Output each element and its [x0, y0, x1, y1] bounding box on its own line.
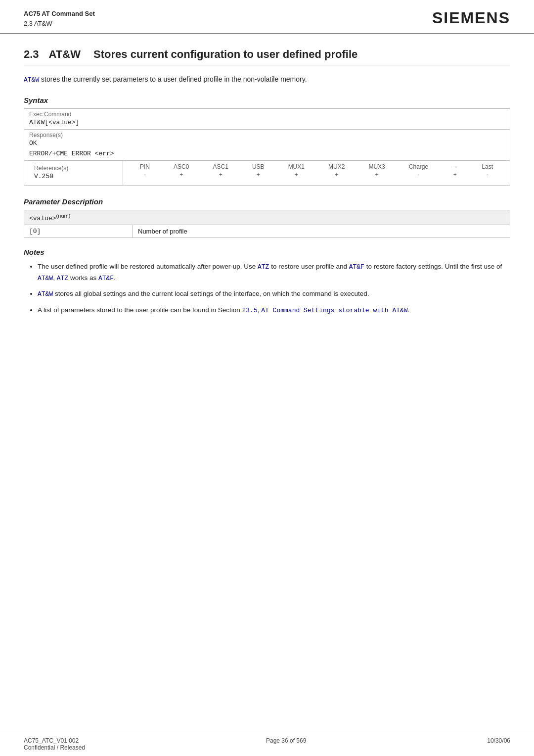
compat-head-asc1: ASC1 — [201, 163, 240, 171]
header-title: AC75 AT Command Set — [24, 9, 95, 19]
compat-val-charge: - — [397, 171, 440, 179]
exec-value: AT&W[<value>] — [24, 118, 510, 129]
note1-code1: ATZ — [258, 263, 269, 271]
compat-val-mux2: + — [316, 171, 356, 179]
param-desc-0: Number of profile — [133, 225, 510, 237]
notes-list: The user defined profile will be restore… — [24, 261, 510, 316]
compat-val-arrow: + — [440, 171, 470, 179]
note1-code3: AT&W — [38, 275, 53, 282]
param-label: Parameter Description — [24, 197, 510, 206]
compat-val-asc1: + — [201, 171, 240, 179]
compat-val-usb: + — [240, 171, 276, 179]
section-command: AT&W — [49, 48, 81, 60]
note1-code2: AT&F — [349, 263, 364, 271]
siemens-logo: SIEMENS — [432, 9, 510, 27]
page-footer: AC75_ATC_V01.002 Confidential / Released… — [0, 732, 534, 756]
page-header: AC75 AT Command Set 2.3 AT&W SIEMENS — [0, 0, 534, 34]
compat-val-pin: - — [128, 171, 162, 179]
footer-left: AC75_ATC_V01.002 Confidential / Released — [24, 737, 85, 751]
ref-value: V.250 — [29, 172, 118, 183]
compat-head-charge: Charge — [397, 163, 440, 171]
response-label: Response(s) — [24, 130, 510, 139]
note1-code5: AT&F — [98, 275, 114, 282]
response-value1: OK — [24, 139, 510, 150]
note2-code1: AT&W — [38, 290, 53, 298]
section-number: 2.3 — [24, 48, 39, 61]
exec-command-row: Exec Command AT&W[<value>] — [24, 109, 510, 130]
compat-val-mux1: + — [276, 171, 316, 179]
header-subtitle: 2.3 AT&W — [24, 19, 95, 29]
note-item-1: The user defined profile will be restore… — [38, 261, 510, 284]
response-value2: ERROR/+CME ERROR <err> — [24, 150, 510, 160]
note-item-2: AT&W stores all global settings and the … — [38, 288, 510, 300]
notes-section: Notes The user defined profile will be r… — [24, 248, 510, 316]
param-section: Parameter Description <value>(num) [0] N… — [24, 197, 510, 238]
compat-val-asc0: + — [162, 171, 201, 179]
compat-val-last: - — [470, 171, 505, 179]
compat-headers: PIN ASC0 ASC1 USB MUX1 MUX2 MUX3 Charge … — [128, 163, 505, 179]
intro-text: AT&W stores the currently set parameters… — [24, 74, 510, 85]
compat-table: PIN ASC0 ASC1 USB MUX1 MUX2 MUX3 Charge … — [123, 161, 510, 185]
notes-label: Notes — [24, 248, 510, 256]
compat-head-mux1: MUX1 — [276, 163, 316, 171]
note-item-3: A list of parameters stored to the user … — [38, 305, 510, 316]
intro-code: AT&W — [24, 76, 39, 84]
syntax-box: Exec Command AT&W[<value>] Response(s) O… — [24, 108, 510, 186]
param-value-0: [0] — [24, 225, 133, 237]
ref-label: Reference(s) — [29, 163, 118, 172]
ref-compat-row: Reference(s) V.250 PIN ASC0 ASC1 USB MUX… — [24, 161, 510, 185]
section-title: AT&W Stores current configuration to use… — [49, 48, 358, 61]
exec-label: Exec Command — [24, 109, 510, 118]
param-table: <value>(num) [0] Number of profile — [24, 210, 510, 238]
footer-right: 10/30/06 — [487, 737, 510, 751]
section-heading: 2.3 AT&W Stores current configuration to… — [24, 48, 510, 65]
syntax-label: Syntax — [24, 96, 510, 104]
section-desc: Stores current configuration to user def… — [93, 48, 357, 60]
compat-head-usb: USB — [240, 163, 276, 171]
footer-center: Page 36 of 569 — [266, 737, 306, 751]
response-row: Response(s) OK ERROR/+CME ERROR <err> — [24, 130, 510, 161]
main-content: 2.3 AT&W Stores current configuration to… — [0, 34, 534, 341]
note3-section: 23.5 — [242, 307, 257, 314]
compat-head-mux2: MUX2 — [316, 163, 356, 171]
ref-left: Reference(s) V.250 — [24, 161, 123, 185]
compat-head-pin: PIN — [128, 163, 162, 171]
header-info: AC75 AT Command Set 2.3 AT&W — [24, 9, 95, 28]
compat-head-mux3: MUX3 — [356, 163, 397, 171]
note1-code4: ATZ — [57, 275, 68, 282]
compat-head-arrow: → — [440, 163, 470, 171]
note3-link: AT Command Settings stor­able with AT&W — [261, 307, 407, 314]
compat-head-asc0: ASC0 — [162, 163, 201, 171]
param-header: <value>(num) — [24, 210, 510, 225]
compat-val-mux3: + — [356, 171, 397, 179]
compat-head-last: Last — [470, 163, 505, 171]
intro-body: stores the currently set parameters to a… — [39, 75, 307, 83]
